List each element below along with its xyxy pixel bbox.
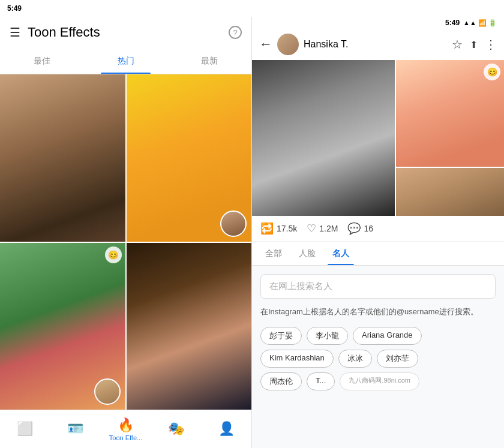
style-icon: 🎭 xyxy=(168,421,184,437)
tag-1[interactable]: 李小龍 xyxy=(307,327,348,345)
back-button[interactable]: ← xyxy=(259,37,272,52)
stats-row: 🔁 17.5k ♡ 1.2M 💬 16 xyxy=(252,216,504,242)
toon-icon: 🔥 xyxy=(118,417,134,433)
search-panel: 在网上搜索名人 在Instagram上根据名人的名字或他们的@username进… xyxy=(252,266,504,448)
tab-best[interactable]: 最佳 xyxy=(0,48,84,74)
comment-icon: 💬 xyxy=(347,222,361,235)
tag-5[interactable]: 刘亦菲 xyxy=(377,350,418,368)
tab-all[interactable]: 全部 xyxy=(257,242,290,265)
search-description: 在Instagram上根据名人的名字或他们的@username进行搜索。 xyxy=(260,306,496,318)
search-input[interactable]: 在网上搜索名人 xyxy=(260,274,496,299)
tab-latest[interactable]: 最新 xyxy=(167,48,251,74)
right-status-bar: 5:49 ▲▲ 📶 🔋 xyxy=(252,17,504,29)
nav-toon[interactable]: 🔥 Toon Effe... xyxy=(101,414,151,445)
tag-row-3: 周杰伦 T... 九八商码网.98ni.com xyxy=(260,372,496,390)
tag-watermark: 九八商码网.98ni.com xyxy=(340,372,419,390)
help-icon[interactable]: ? xyxy=(229,26,242,39)
time-left: 5:49 xyxy=(7,4,22,13)
face-icon: 🪪 xyxy=(67,421,83,437)
stat-comments: 💬 16 xyxy=(347,222,373,235)
left-tabs: 最佳 热门 最新 xyxy=(0,48,251,74)
gallery-icon: ⬜ xyxy=(17,421,33,437)
right-images: 😊 xyxy=(252,60,504,216)
profile-icon: 👤 xyxy=(218,421,235,437)
left-panel: ☰ Toon Effects ? 最佳 热门 最新 xyxy=(0,17,252,448)
tag-2[interactable]: Ariana Grande xyxy=(353,327,422,345)
tag-3[interactable]: Kim Kardashian xyxy=(260,350,334,368)
main-content: ☰ Toon Effects ? 最佳 热门 最新 xyxy=(0,17,504,448)
toon-emoji-overlay: 😊 xyxy=(484,64,500,80)
stat-likes: ♡ 1.2M xyxy=(307,222,338,235)
right-side-bottom[interactable] xyxy=(396,168,504,216)
nav-style[interactable]: 🎭 xyxy=(151,417,201,441)
grid-cell-1[interactable] xyxy=(0,74,125,242)
tag-4[interactable]: 冰冰 xyxy=(338,350,372,368)
tag-row-2: Kim Kardashian 冰冰 刘亦菲 xyxy=(260,350,496,368)
share-icon[interactable]: ⬆ xyxy=(470,39,478,50)
grid-emoji-1: 😊 xyxy=(105,246,122,263)
tag-row-1: 彭于晏 李小龍 Ariana Grande xyxy=(260,327,496,345)
profile-name: Hansika T. xyxy=(304,39,445,50)
like-count: 1.2M xyxy=(319,224,338,233)
stat-retweets: 🔁 17.5k xyxy=(260,222,297,235)
right-tabs: 全部 人脸 名人 xyxy=(252,242,504,266)
tab-celebrity[interactable]: 名人 xyxy=(324,242,358,265)
bottom-nav: ⬜ 🪪 🔥 Toon Effe... 🎭 👤 xyxy=(0,410,251,448)
hamburger-icon[interactable]: ☰ xyxy=(10,25,20,40)
nav-gallery[interactable]: ⬜ xyxy=(0,417,50,441)
tag-7[interactable]: T... xyxy=(307,372,335,390)
profile-thumbnail xyxy=(277,34,299,55)
app-title: Toon Effects xyxy=(28,25,221,40)
tag-6[interactable]: 周杰伦 xyxy=(260,372,302,390)
time-right: 5:49 xyxy=(445,19,460,27)
tag-0[interactable]: 彭于晏 xyxy=(260,327,302,345)
comment-count: 16 xyxy=(364,224,373,233)
nav-face[interactable]: 🪪 xyxy=(50,417,101,441)
right-header: ← Hansika T. ☆ ⬆ ⋮ xyxy=(252,29,504,60)
right-panel: 5:49 ▲▲ 📶 🔋 ← Hansika T. ☆ ⬆ ⋮ xyxy=(252,17,504,448)
tab-face[interactable]: 人脸 xyxy=(290,242,324,265)
right-side-top[interactable]: 😊 xyxy=(396,60,504,167)
nav-profile[interactable]: 👤 xyxy=(201,417,251,441)
grid-cell-3[interactable]: 😊 xyxy=(0,243,125,410)
avatar-overlay-2 xyxy=(94,378,121,405)
signal-icons: ▲▲ 📶 🔋 xyxy=(463,19,497,27)
heart-icon: ♡ xyxy=(307,222,316,235)
right-side-images: 😊 xyxy=(396,60,504,216)
more-icon[interactable]: ⋮ xyxy=(485,37,497,52)
avatar-overlay-1 xyxy=(220,211,247,237)
retweet-count: 17.5k xyxy=(277,224,297,233)
status-bar: 5:49 xyxy=(0,0,504,17)
grid-cell-4[interactable] xyxy=(127,243,252,410)
retweet-icon: 🔁 xyxy=(260,222,274,235)
tab-hot[interactable]: 热门 xyxy=(84,48,168,74)
photo-grid: 😊 xyxy=(0,74,251,410)
grid-cell-2[interactable] xyxy=(127,74,252,242)
right-main-image[interactable] xyxy=(252,60,395,216)
left-header: ☰ Toon Effects ? xyxy=(0,17,251,48)
star-icon[interactable]: ☆ xyxy=(452,37,463,52)
nav-toon-label: Toon Effe... xyxy=(109,434,142,441)
